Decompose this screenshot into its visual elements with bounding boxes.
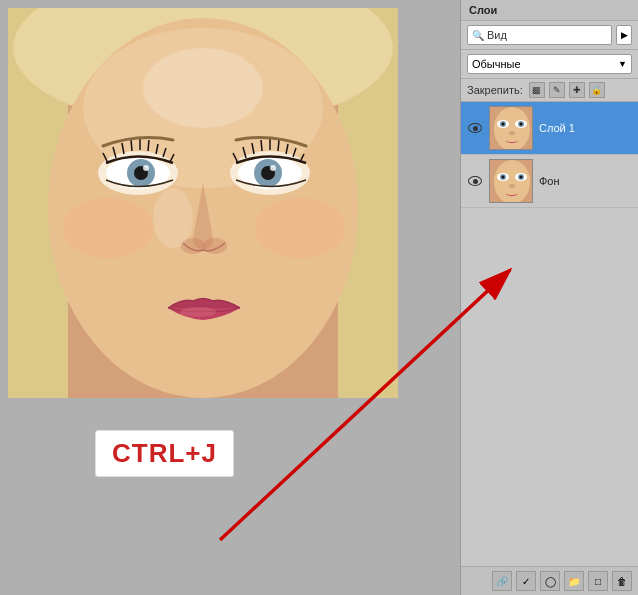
layers-mode-row: Обычные ▼ [461, 50, 638, 79]
add-style-button[interactable]: ✓ [516, 571, 536, 591]
lock-pixels-button[interactable]: ✎ [549, 82, 565, 98]
svg-point-48 [502, 123, 505, 126]
layers-filter-dropdown[interactable]: ▶ [616, 25, 632, 45]
layer-item-layer1[interactable]: Слой 1 [461, 102, 638, 155]
bg-visibility-toggle[interactable] [467, 173, 483, 189]
new-layer-button[interactable]: □ [588, 571, 608, 591]
layers-mode-dropdown[interactable]: Обычные ▼ [467, 54, 632, 74]
svg-point-54 [494, 160, 530, 203]
svg-point-52 [509, 131, 515, 135]
link-layers-button[interactable]: 🔗 [492, 571, 512, 591]
mode-dropdown-arrow: ▼ [618, 59, 627, 69]
mask-icon: ◯ [545, 576, 556, 587]
lock-all-icon: 🔒 [591, 85, 602, 95]
canvas-area [0, 0, 460, 595]
svg-point-38 [255, 198, 345, 258]
style-icon: ✓ [522, 576, 530, 587]
lock-icons-group: ▩ ✎ ✚ 🔒 [529, 82, 605, 98]
layers-panel-title: Слои [461, 0, 638, 21]
svg-point-39 [180, 307, 216, 317]
layers-bottom-toolbar: 🔗 ✓ ◯ 📁 □ 🗑 [461, 566, 638, 595]
lock-position-icon: ✚ [573, 85, 581, 95]
lock-transparency-icon: ▩ [532, 85, 541, 95]
lock-transparency-button[interactable]: ▩ [529, 82, 545, 98]
lock-pixels-icon: ✎ [553, 85, 561, 95]
lock-all-button[interactable]: 🔒 [589, 82, 605, 98]
trash-icon: 🗑 [617, 576, 627, 587]
layers-panel: Слои 🔍 Вид ▶ Обычные ▼ Закрепить: ▩ ✎ ✚ [460, 0, 638, 595]
new-group-button[interactable]: 📁 [564, 571, 584, 591]
bg-thumbnail [489, 159, 533, 203]
group-icon: 📁 [568, 576, 580, 587]
layer1-eye-icon [468, 123, 482, 133]
svg-point-11 [143, 165, 149, 171]
layer1-name: Слой 1 [539, 122, 632, 134]
link-icon: 🔗 [496, 576, 508, 587]
dropdown-arrow: ▶ [621, 30, 628, 40]
lock-position-button[interactable]: ✚ [569, 82, 585, 98]
new-layer-icon: □ [595, 576, 601, 587]
svg-point-36 [203, 238, 227, 254]
svg-point-51 [520, 123, 523, 126]
svg-point-37 [63, 198, 153, 258]
layers-lock-row: Закрепить: ▩ ✎ ✚ 🔒 [461, 79, 638, 102]
layer1-visibility-toggle[interactable] [467, 120, 483, 136]
svg-point-45 [494, 107, 530, 150]
photo-container [8, 8, 398, 398]
face-image [8, 8, 398, 398]
svg-point-61 [509, 184, 515, 188]
delete-layer-button[interactable]: 🗑 [612, 571, 632, 591]
search-icon: 🔍 [472, 30, 484, 41]
svg-line-17 [148, 140, 149, 151]
bg-layer-name: Фон [539, 175, 632, 187]
layers-search-input[interactable]: 🔍 Вид [467, 25, 612, 45]
svg-point-60 [520, 176, 523, 179]
add-mask-button[interactable]: ◯ [540, 571, 560, 591]
svg-point-40 [143, 48, 263, 128]
svg-line-31 [278, 140, 279, 151]
search-placeholder-text: Вид [487, 29, 507, 41]
layer1-thumbnail [489, 106, 533, 150]
lock-label: Закрепить: [467, 84, 523, 96]
svg-point-25 [270, 165, 276, 171]
shortcut-tooltip: CTRL+J [95, 430, 234, 477]
layers-title-text: Слои [469, 4, 497, 16]
bg-eye-icon [468, 176, 482, 186]
mode-label-text: Обычные [472, 58, 521, 70]
svg-line-29 [261, 140, 262, 151]
svg-point-57 [502, 176, 505, 179]
layer-item-background[interactable]: Фон [461, 155, 638, 208]
svg-line-15 [131, 140, 132, 151]
svg-point-41 [153, 188, 193, 248]
shortcut-text: CTRL+J [112, 438, 217, 468]
layers-search-row: 🔍 Вид ▶ [461, 21, 638, 50]
layers-list: Слой 1 [461, 102, 638, 566]
